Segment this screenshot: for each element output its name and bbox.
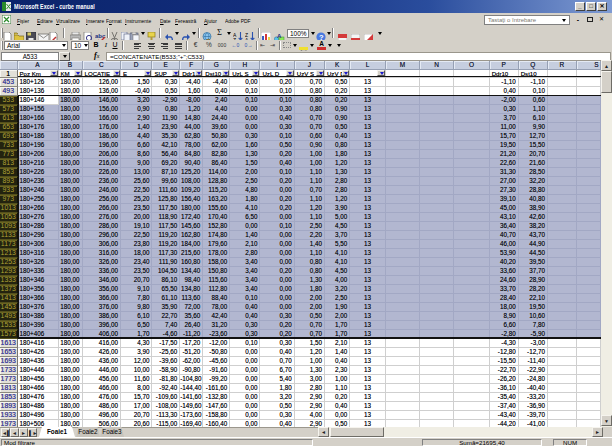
svg-text:A: A	[277, 33, 282, 39]
